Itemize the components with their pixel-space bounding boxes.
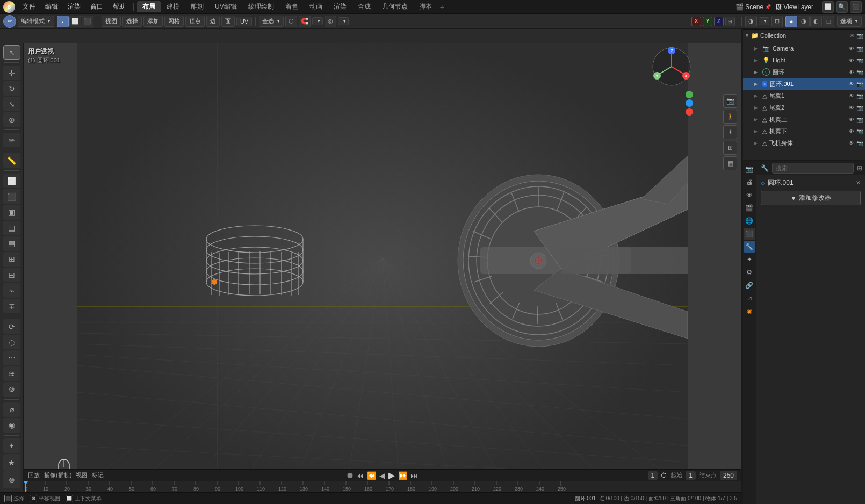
collection-row[interactable]: ▼ 📁 Collection 👁 📷 [743, 30, 865, 41]
props-data-icon[interactable]: ⊿ [744, 292, 755, 304]
tab-shading[interactable]: 着色 [280, 1, 304, 12]
wingl-render[interactable]: 📷 [856, 128, 863, 134]
tab-layout[interactable]: 布局 [137, 1, 161, 12]
tool-transform[interactable]: ⊕ [3, 112, 20, 127]
props-physics-icon[interactable]: ⚙ [744, 267, 755, 278]
tool-shear[interactable]: ⌀ [3, 402, 20, 417]
tool-measure[interactable]: 📏 [3, 153, 20, 168]
vp-sun-icon[interactable]: ☀ [723, 125, 737, 139]
tool-extrude[interactable]: ▣ [3, 205, 20, 220]
tool-gizmo[interactable]: ⊛ [3, 471, 20, 488]
viewport[interactable]: 用户透视 (1) 圆环.001 Z X Y 📷 🚶 [24, 43, 741, 491]
tl-menu-marker[interactable]: 标记 [92, 471, 104, 479]
current-frame[interactable]: 1 [648, 471, 658, 480]
tool-quick-favorites[interactable]: ★ [3, 454, 20, 471]
overlay-icon[interactable]: ◑ [745, 16, 757, 27]
frame-start-value[interactable]: 1 [686, 471, 696, 480]
props-output-icon[interactable]: 🖨 [744, 176, 755, 188]
tool-bisect[interactable]: ∓ [3, 299, 20, 313]
tail1-eye[interactable]: 👁 [849, 93, 854, 99]
shading-render-icon[interactable]: ◐ [810, 16, 822, 27]
frame-end-value[interactable]: 250 [720, 471, 737, 480]
menu-add[interactable]: 添加 [143, 16, 163, 27]
filter-header-icon[interactable]: ⬛ [850, 1, 862, 13]
select-box-icon[interactable]: ⬡ [285, 16, 297, 27]
props-modifier-icon[interactable]: 🔧 [744, 241, 755, 253]
mode-icon[interactable]: ✏ [3, 15, 16, 28]
tool-inset[interactable]: ▤ [3, 221, 20, 235]
props-scene-icon[interactable]: 🎬 [744, 202, 755, 214]
torus-render-icon[interactable]: 📷 [856, 69, 863, 75]
select-all-dropdown[interactable]: 全选 [259, 16, 284, 27]
proportional-edit-icon[interactable]: ◎ [325, 16, 336, 27]
props-particles-icon[interactable]: ✦ [744, 254, 755, 265]
y-global-btn[interactable]: Y [703, 17, 712, 26]
props-constraints-icon[interactable]: 🔗 [744, 279, 755, 291]
camera-eye-icon[interactable]: 👁 [849, 46, 854, 52]
wingl-eye[interactable]: 👁 [849, 128, 854, 134]
tool-loop-cut[interactable]: ⊞ [3, 252, 20, 267]
vp-person-icon[interactable]: 🚶 [723, 110, 737, 124]
tool-rotate[interactable]: ↻ [3, 81, 20, 96]
props-material-icon[interactable]: ◉ [744, 305, 755, 317]
tool-add-cube-2[interactable]: ⬛ [3, 189, 20, 204]
edge-select-icon[interactable]: ⬜ [69, 16, 81, 27]
tail2-eye[interactable]: 👁 [849, 105, 854, 111]
overlay-dropdown[interactable] [759, 17, 769, 25]
outliner-item-wing-upper[interactable]: ▶ △ 机翼上 👁 📷 [743, 113, 865, 125]
tail1-render[interactable]: 📷 [856, 93, 863, 99]
props-expand-icon[interactable]: ⊞ [857, 164, 862, 172]
tl-btn-skip-start[interactable]: ⏮ [356, 471, 364, 480]
outliner-item-light[interactable]: ▶ 💡 Light 👁 📷 [743, 54, 865, 66]
shading-wireframe-icon[interactable]: □ [823, 16, 834, 27]
tool-smooth[interactable]: ◌ [3, 335, 20, 349]
outliner-item-fuselage[interactable]: ▶ △ 飞机身体 👁 📷 [743, 137, 865, 149]
props-render-icon[interactable]: 📷 [744, 163, 755, 175]
menu-vertex[interactable]: 顶点 [185, 16, 205, 27]
tl-btn-skip-end[interactable]: ⏭ [410, 471, 418, 480]
tl-menu-keying[interactable]: 捕像(插帧) [44, 471, 71, 479]
tool-randomize[interactable]: ⋯ [3, 350, 20, 365]
camera-render-icon[interactable]: 📷 [856, 46, 863, 52]
tool-cursor[interactable]: ↖ [3, 45, 20, 60]
torus001-eye-icon[interactable]: 👁 [849, 81, 854, 87]
tl-btn-next-frame[interactable]: ⏩ [398, 471, 407, 480]
z-global-btn[interactable]: Z [714, 17, 724, 26]
tab-modeling[interactable]: 建模 [161, 1, 185, 12]
search-header-icon[interactable]: 🔍 [836, 1, 848, 13]
props-world-icon[interactable]: 🌐 [744, 215, 755, 227]
xray-icon[interactable]: ⊡ [771, 16, 783, 27]
tool-bevel[interactable]: ▦ [3, 236, 20, 251]
menu-select[interactable]: 选择 [122, 16, 142, 27]
menu-edit[interactable]: 编辑 [41, 1, 62, 12]
tl-menu-playback[interactable]: 回放 [28, 471, 40, 479]
outliner-item-tail2[interactable]: ▶ △ 尾翼2 👁 📷 [743, 102, 865, 113]
torus-eye-icon[interactable]: 👁 [849, 69, 854, 75]
mode-dropdown[interactable]: 编辑模式 [18, 16, 54, 27]
wingu-render[interactable]: 📷 [856, 117, 863, 123]
tab-uv[interactable]: UV编辑 [210, 1, 242, 12]
add-workspace-btn[interactable]: + [440, 3, 444, 11]
wingu-eye[interactable]: 👁 [849, 117, 854, 123]
menu-window[interactable]: 窗口 [86, 1, 107, 12]
tab-texture-paint[interactable]: 纹理绘制 [243, 1, 279, 12]
tool-push-pull[interactable]: ⊚ [3, 382, 20, 397]
menu-mesh[interactable]: 网格 [164, 16, 184, 27]
tab-sculpt[interactable]: 雕刻 [185, 1, 209, 12]
menu-render[interactable]: 渲染 [63, 1, 85, 12]
vp-grid-icon[interactable]: ⊞ [723, 141, 737, 155]
light-eye-icon[interactable]: 👁 [849, 57, 854, 63]
fuse-render[interactable]: 📷 [856, 140, 863, 146]
outliner-item-camera[interactable]: ▶ 📷 Camera 👁 📷 [743, 42, 865, 54]
timeline-ruler[interactable]: 0 10 20 30 40 50 60 70 80 90 100 110 120 [24, 481, 741, 492]
tool-add-tool[interactable]: + [3, 438, 20, 453]
outliner-item-wing-lower[interactable]: ▶ △ 机翼下 👁 📷 [743, 125, 865, 137]
tl-btn-play[interactable]: ▶ [388, 470, 395, 480]
add-modifier-btn[interactable]: ▼ 添加修改器 [761, 191, 861, 205]
light-render-icon[interactable]: 📷 [856, 57, 863, 63]
tab-geometry-nodes[interactable]: 几何节点 [377, 1, 413, 12]
proportional-dropdown[interactable] [338, 17, 349, 25]
collection-eye-icon[interactable]: 👁 [849, 33, 855, 39]
snap-dropdown[interactable] [312, 17, 323, 25]
collection-render-icon[interactable]: 📷 [856, 33, 863, 39]
